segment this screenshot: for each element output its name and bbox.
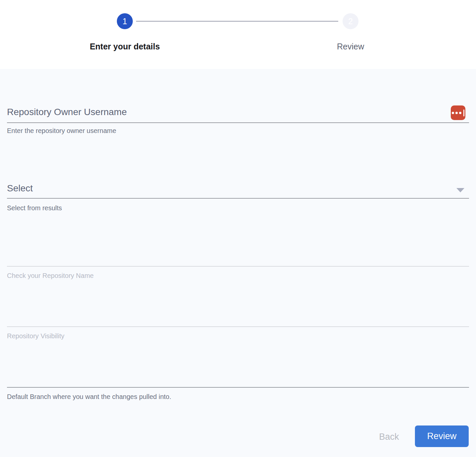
back-button[interactable]: Back: [372, 430, 406, 443]
owner-username-helper: Enter the repository owner username: [7, 127, 116, 135]
review-button[interactable]: Review: [415, 425, 469, 447]
owner-username-underline: [7, 122, 469, 123]
step-2-label: Review: [337, 42, 364, 51]
form-panel: Repository Owner Username Enter the repo…: [0, 69, 476, 457]
chevron-down-icon[interactable]: [456, 188, 464, 192]
stepper-connector-line: [136, 21, 338, 22]
repo-select-underline: [7, 198, 469, 199]
password-manager-icon[interactable]: [451, 105, 465, 120]
repo-name-input[interactable]: [7, 245, 469, 266]
default-branch-helper: Default Branch where you want the change…: [7, 393, 171, 401]
repo-name-underline: [7, 266, 469, 267]
repo-select-helper: Select from results: [7, 204, 62, 212]
default-branch-underline: [7, 387, 469, 388]
step-1-label: Enter your details: [90, 42, 160, 51]
repo-select-dropdown[interactable]: [7, 177, 469, 198]
repo-select-value[interactable]: Select: [7, 183, 33, 194]
password-manager-dot: [452, 112, 454, 114]
repo-name-helper: Check your Repository Name: [7, 272, 94, 280]
repo-visibility-underline: [7, 326, 469, 327]
password-manager-cursor: [463, 109, 464, 116]
password-manager-dot: [459, 112, 461, 114]
step-1-indicator[interactable]: 1: [117, 13, 133, 29]
wizard-page: 1 2 Enter your details Review Repository…: [0, 0, 476, 457]
repo-visibility-helper: Repository Visibility: [7, 332, 64, 340]
password-manager-dot: [455, 112, 458, 114]
repo-visibility-input[interactable]: [7, 305, 469, 326]
step-2-number: 2: [348, 17, 353, 26]
owner-username-value[interactable]: Repository Owner Username: [7, 107, 127, 117]
step-1-number: 1: [122, 17, 127, 26]
default-branch-input[interactable]: [7, 366, 469, 387]
step-2-indicator[interactable]: 2: [343, 13, 358, 29]
